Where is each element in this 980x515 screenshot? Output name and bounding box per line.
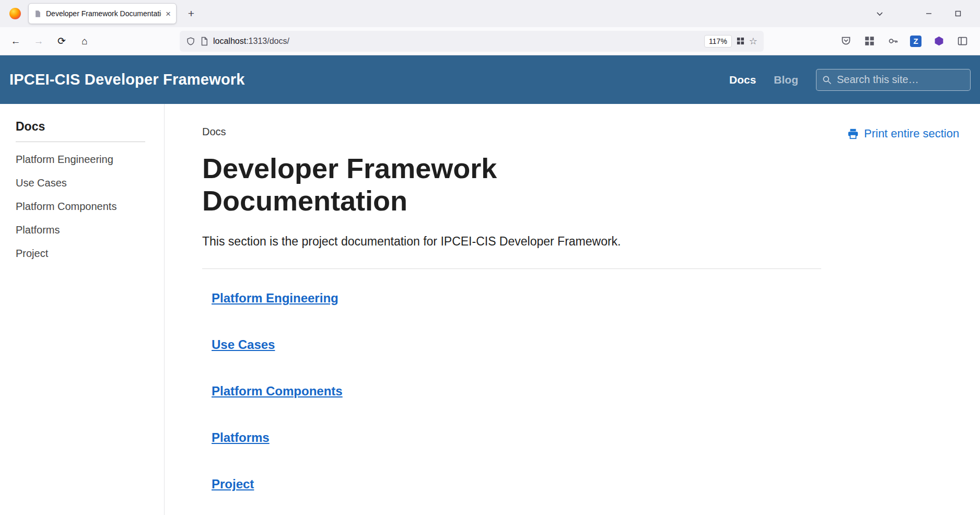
main-content: Docs Developer Framework Documentation T… bbox=[165, 104, 821, 515]
sidebar-item-project[interactable]: Project bbox=[16, 248, 154, 260]
reload-button[interactable]: ⟳ bbox=[52, 32, 71, 51]
tab-bar: Developer Framework Documentation × + bbox=[0, 0, 980, 27]
divider bbox=[202, 268, 821, 269]
site-info-icon[interactable] bbox=[200, 37, 208, 46]
tab-close-icon[interactable]: × bbox=[166, 9, 171, 18]
nav-link-docs[interactable]: Docs bbox=[729, 74, 756, 86]
page-title: Developer Framework Documentation bbox=[202, 153, 672, 217]
breadcrumb[interactable]: Docs bbox=[202, 126, 821, 138]
lead-paragraph: This section is the project documentatio… bbox=[202, 235, 821, 249]
sidebar-item-use-cases[interactable]: Use Cases bbox=[16, 177, 154, 189]
section-link-platforms[interactable]: Platforms bbox=[212, 430, 270, 445]
section-links: Platform Engineering Use Cases Platform … bbox=[202, 291, 821, 491]
toc-sidebar: Print entire section bbox=[821, 104, 980, 515]
firefox-logo-icon bbox=[9, 8, 21, 19]
site-nav: Docs Blog bbox=[729, 69, 971, 91]
sidebar-heading[interactable]: Docs bbox=[16, 120, 145, 142]
zotero-extension-icon[interactable]: Z bbox=[910, 36, 921, 47]
home-button[interactable]: ⌂ bbox=[75, 32, 94, 51]
section-link-platform-components[interactable]: Platform Components bbox=[212, 384, 343, 399]
sidebar-toggle-icon[interactable] bbox=[956, 35, 969, 48]
pocket-icon[interactable] bbox=[839, 35, 852, 48]
tab-list-chevron-icon[interactable] bbox=[872, 6, 887, 21]
key-icon[interactable] bbox=[886, 35, 899, 48]
search-input[interactable] bbox=[837, 74, 965, 86]
sidebar-item-platforms[interactable]: Platforms bbox=[16, 224, 154, 236]
section-link-project[interactable]: Project bbox=[212, 477, 254, 491]
site-brand[interactable]: IPCEI-CIS Developer Framework bbox=[9, 71, 245, 88]
section-link-use-cases[interactable]: Use Cases bbox=[212, 337, 275, 352]
nav-link-blog[interactable]: Blog bbox=[774, 74, 798, 86]
tracking-shield-icon[interactable] bbox=[186, 37, 195, 46]
print-section-label: Print entire section bbox=[864, 127, 959, 141]
back-button[interactable]: ← bbox=[6, 32, 25, 51]
window-controls bbox=[872, 6, 974, 21]
url-text: localhost:1313/docs/ bbox=[213, 37, 699, 46]
purple-extension-icon[interactable] bbox=[932, 35, 945, 48]
forward-button[interactable]: → bbox=[29, 32, 48, 51]
print-section-link[interactable]: Print entire section bbox=[847, 127, 980, 141]
bookmark-star-icon[interactable]: ☆ bbox=[749, 36, 757, 47]
navigation-toolbar: ← → ⟳ ⌂ localhost:1313/docs/ 117% ☆ Z bbox=[0, 27, 980, 55]
grid-icon[interactable] bbox=[737, 37, 744, 45]
section-link-platform-engineering[interactable]: Platform Engineering bbox=[212, 291, 339, 306]
printer-icon bbox=[847, 128, 859, 139]
page-content: Docs Platform Engineering Use Cases Plat… bbox=[0, 104, 980, 515]
tab-title: Developer Framework Documentation bbox=[46, 9, 161, 18]
extensions-grid-icon[interactable] bbox=[863, 35, 876, 48]
page-favicon-icon bbox=[34, 10, 42, 18]
site-search[interactable] bbox=[816, 69, 971, 91]
screen: { "colors": { "header_bg": "#30638E", "l… bbox=[0, 0, 980, 515]
new-tab-button[interactable]: + bbox=[183, 5, 200, 22]
search-icon bbox=[822, 75, 832, 85]
url-path: :1313/docs/ bbox=[246, 37, 289, 45]
url-bar[interactable]: localhost:1313/docs/ 117% ☆ bbox=[180, 31, 764, 52]
site-header: IPCEI-CIS Developer Framework Docs Blog bbox=[0, 55, 980, 104]
url-host: localhost bbox=[213, 37, 246, 45]
docs-sidebar: Docs Platform Engineering Use Cases Plat… bbox=[0, 104, 165, 515]
maximize-restore-button[interactable] bbox=[951, 6, 965, 21]
minimize-button[interactable] bbox=[921, 6, 936, 21]
sidebar-item-platform-components[interactable]: Platform Components bbox=[16, 201, 154, 213]
zoom-level-badge[interactable]: 117% bbox=[704, 35, 732, 48]
browser-tab[interactable]: Developer Framework Documentation × bbox=[28, 3, 177, 24]
toolbar-extensions: Z bbox=[839, 35, 974, 48]
sidebar-item-platform-engineering[interactable]: Platform Engineering bbox=[16, 154, 154, 166]
